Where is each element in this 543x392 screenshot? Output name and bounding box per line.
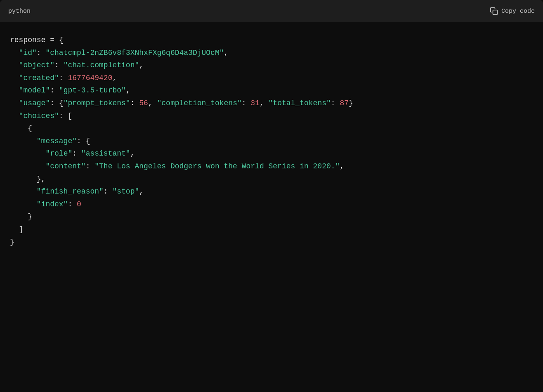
code-token: : [ bbox=[59, 112, 72, 120]
code-token: , bbox=[224, 49, 229, 57]
code-token: } bbox=[349, 99, 353, 107]
code-token: "model" bbox=[19, 86, 50, 94]
code-line: }, bbox=[10, 173, 533, 186]
code-line: "choices": [ bbox=[10, 110, 533, 123]
code-token: "index" bbox=[37, 200, 68, 208]
code-token: } bbox=[10, 238, 14, 246]
language-label: python bbox=[8, 8, 31, 15]
code-token: : { bbox=[77, 137, 90, 145]
code-token: : bbox=[72, 149, 81, 158]
code-token: : bbox=[331, 99, 340, 107]
code-token: 56 bbox=[139, 99, 148, 107]
copy-label: Copy code bbox=[501, 8, 535, 15]
code-token: , bbox=[139, 187, 144, 196]
code-line: "finish_reason": "stop", bbox=[10, 185, 533, 198]
code-token bbox=[10, 49, 19, 57]
code-line: } bbox=[10, 236, 533, 249]
code-line: "id": "chatcmpl-2nZB6v8f3XNhxFXg6q6D4a3D… bbox=[10, 47, 533, 59]
code-token: "content" bbox=[45, 162, 85, 170]
code-token: } bbox=[10, 213, 32, 221]
code-token: , bbox=[340, 162, 344, 170]
code-line: "role": "assistant", bbox=[10, 147, 533, 160]
code-token: : bbox=[104, 187, 113, 196]
code-line: ] bbox=[10, 223, 533, 236]
code-line: { bbox=[10, 122, 533, 135]
code-token: : bbox=[37, 49, 46, 57]
code-token: "message" bbox=[37, 137, 77, 145]
code-block: python Copy code response = { "id": "cha… bbox=[0, 0, 543, 392]
code-line: } bbox=[10, 210, 533, 223]
code-token: "completion_tokens" bbox=[157, 99, 242, 107]
code-header: python Copy code bbox=[0, 0, 543, 22]
code-token bbox=[10, 187, 37, 196]
code-line: "object": "chat.completion", bbox=[10, 59, 533, 72]
code-token bbox=[10, 137, 37, 145]
code-line: response = { bbox=[10, 34, 533, 47]
code-token bbox=[10, 200, 37, 208]
code-token: 0 bbox=[77, 200, 81, 208]
code-token bbox=[10, 99, 19, 107]
code-token: , bbox=[139, 61, 144, 69]
code-token bbox=[10, 112, 19, 120]
code-token: "object" bbox=[19, 61, 54, 69]
code-token bbox=[10, 61, 19, 69]
code-token: , bbox=[260, 99, 269, 107]
code-token: : { bbox=[50, 99, 63, 107]
code-token: : bbox=[50, 86, 59, 94]
code-token: , bbox=[126, 86, 130, 94]
code-token: "stop" bbox=[112, 187, 139, 196]
code-line: "model": "gpt-3.5-turbo", bbox=[10, 84, 533, 97]
code-token bbox=[10, 149, 45, 158]
code-token bbox=[10, 86, 19, 94]
copy-code-button[interactable]: Copy code bbox=[490, 7, 535, 15]
copy-icon bbox=[490, 7, 498, 15]
code-token: 87 bbox=[340, 99, 349, 107]
code-token: 31 bbox=[250, 99, 260, 107]
code-token: "chat.completion" bbox=[64, 61, 139, 69]
code-token: , bbox=[148, 99, 157, 107]
code-body: response = { "id": "chatcmpl-2nZB6v8f3XN… bbox=[0, 22, 543, 392]
code-line: "content": "The Los Angeles Dodgers won … bbox=[10, 160, 533, 173]
code-line: "index": 0 bbox=[10, 198, 533, 211]
code-line: "created": 1677649420, bbox=[10, 72, 533, 85]
code-token: 1677649420 bbox=[68, 74, 112, 82]
code-token: "usage" bbox=[19, 99, 50, 107]
code-token: , bbox=[130, 149, 135, 158]
code-token: , bbox=[112, 74, 117, 82]
code-token: "gpt-3.5-turbo" bbox=[59, 86, 126, 94]
code-token: "id" bbox=[19, 49, 37, 57]
code-token: : bbox=[130, 99, 139, 107]
code-line: "message": { bbox=[10, 135, 533, 148]
code-token: : bbox=[242, 99, 251, 107]
svg-rect-0 bbox=[493, 10, 497, 15]
code-token: "choices" bbox=[19, 112, 59, 120]
code-token: : bbox=[59, 74, 68, 82]
code-token: response = { bbox=[10, 36, 64, 44]
code-token: "total_tokens" bbox=[269, 99, 331, 107]
code-token: "prompt_tokens" bbox=[64, 99, 130, 107]
code-token: "role" bbox=[45, 149, 72, 158]
code-token: { bbox=[10, 124, 32, 132]
code-token: "finish_reason" bbox=[37, 187, 104, 196]
code-token: : bbox=[68, 200, 77, 208]
code-token: ] bbox=[10, 225, 23, 234]
code-token bbox=[10, 74, 19, 82]
code-token: : bbox=[86, 162, 95, 170]
code-line: "usage": {"prompt_tokens": 56, "completi… bbox=[10, 97, 533, 110]
code-token: "The Los Angeles Dodgers won the World S… bbox=[94, 162, 340, 170]
code-token: "created" bbox=[19, 74, 59, 82]
code-token bbox=[10, 162, 45, 170]
code-token: }, bbox=[10, 175, 45, 183]
code-token: "chatcmpl-2nZB6v8f3XNhxFXg6q6D4a3DjUOcM" bbox=[45, 49, 224, 57]
code-token: : bbox=[54, 61, 64, 69]
code-token: "assistant" bbox=[81, 149, 130, 158]
